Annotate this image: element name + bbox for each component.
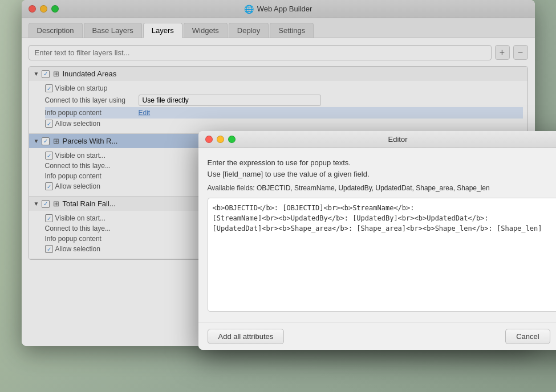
editor-title-bar: Editor: [198, 131, 557, 148]
available-fields-label: Available fields:: [208, 184, 255, 192]
editor-dialog: Editor Enter the expression to use for p…: [198, 131, 557, 350]
editor-minimize-button[interactable]: [217, 136, 224, 143]
editor-window-controls: [205, 136, 236, 143]
editor-maximize-button[interactable]: [228, 136, 236, 143]
editor-title: Editor: [388, 135, 408, 144]
add-all-attributes-button[interactable]: Add all attributes: [208, 329, 285, 344]
editor-description: Enter the expression to use for popup te…: [208, 157, 557, 179]
editor-footer: Add all attributes Cancel OK: [198, 322, 557, 350]
editor-body: Enter the expression to use for popup te…: [198, 148, 557, 322]
editor-textarea[interactable]: [208, 198, 557, 312]
editor-desc-line1: Enter the expression to use for popup te…: [208, 158, 351, 167]
editor-close-button[interactable]: [205, 136, 213, 143]
available-fields-value: OBJECTID, StreamName, UpdatedBy, Updated…: [257, 184, 490, 192]
editor-desc-line2: Use [field_name] to use the value of a g…: [208, 170, 370, 178]
available-fields: Available fields: OBJECTID, StreamName, …: [208, 184, 557, 192]
cancel-button[interactable]: Cancel: [505, 329, 550, 344]
